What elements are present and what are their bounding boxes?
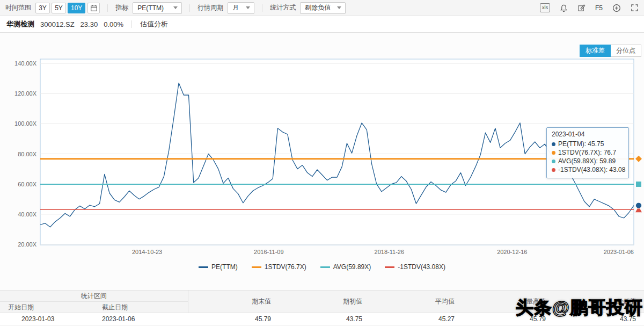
period-dropdown[interactable]: 月 (228, 2, 254, 14)
plus-circle-icon (612, 4, 621, 12)
range-button-5y[interactable]: 5Y (52, 3, 66, 13)
tooltip-row: -1STDV(43.08X): 43.08 (552, 165, 624, 174)
indicator-value: PE(TTM) (137, 4, 164, 12)
header-end-value: 期末值 (188, 291, 279, 313)
expand-icon (631, 4, 639, 12)
legend-item[interactable]: -1STDV(43.08X) (385, 263, 445, 271)
tooltip-row: 1STDV(76.7X): 76.7 (552, 148, 624, 157)
cell-start-date: 2023-01-03 (0, 313, 94, 325)
chevron-down-icon (246, 6, 250, 9)
stat-method-value: 剔除负值 (305, 3, 331, 12)
tooltip-row: PE(TTM): 45.75 (552, 140, 624, 148)
stockbar-separator (131, 20, 132, 28)
toolbar-right-icons: xls F5 (540, 3, 639, 12)
stock-bar: 华测检测 300012.SZ 23.30 0.00% 估值分析 (0, 16, 644, 33)
fullscreen-button[interactable] (631, 4, 639, 12)
chevron-down-icon (337, 6, 341, 9)
toolbar-separator (262, 4, 262, 12)
indicator-dropdown[interactable]: PE(TTM) (133, 2, 182, 14)
svg-text:100.00X: 100.00X (14, 120, 37, 127)
header-end-date: 截止日期 (94, 302, 188, 313)
time-range-buttons: 3Y5Y10Y (35, 3, 85, 13)
stock-code: 300012.SZ (40, 20, 75, 28)
cell-start-value: 43.75 (279, 313, 370, 325)
calendar-icon (90, 4, 98, 12)
calendar-button[interactable] (87, 3, 100, 13)
chart-tooltip: 2023-01-04 PE(TTM): 45.751STDV(76.7X): 7… (546, 127, 629, 178)
cell-average-value: 45.27 (370, 313, 463, 325)
chart-legend: PE(TTM)1STDV(76.7X)AVG(59.89X)-1STDV(43.… (0, 263, 644, 271)
tooltip-date: 2023-01-04 (552, 131, 624, 138)
stock-price: 23.30 (80, 20, 98, 28)
header-average-value: 平均值 (370, 291, 463, 313)
period-value: 月 (232, 3, 239, 12)
period-label: 行情周期 (197, 3, 223, 12)
header-start-value: 期初值 (279, 291, 370, 313)
svg-text:2016-11-09: 2016-11-09 (254, 249, 283, 255)
add-button[interactable] (612, 4, 621, 12)
tab-valuation-analysis[interactable]: 估值分析 (140, 19, 168, 29)
stats-row: 2023-01-03 2023-01-06 45.79 43.75 45.27 … (0, 313, 644, 325)
header-start-date: 开始日期 (0, 302, 94, 313)
notification-bell-button[interactable] (560, 4, 568, 12)
stat-method-label: 统计方式 (270, 3, 296, 12)
svg-text:120.00X: 120.00X (14, 90, 37, 97)
legend-item[interactable]: PE(TTM) (199, 263, 238, 271)
toggle-standard-deviation[interactable]: 标准差 (580, 45, 611, 57)
cell-end-value: 45.79 (188, 313, 279, 325)
view-toggle: 标准差 分位点 (580, 45, 641, 57)
svg-text:2014-10-23: 2014-10-23 (132, 249, 162, 255)
time-range-label: 时间范围 (5, 3, 31, 12)
cell-max-value: 45.79 (463, 313, 554, 325)
refresh-f5-button[interactable]: F5 (595, 4, 603, 12)
legend-item[interactable]: 1STDV(76.7X) (252, 263, 306, 271)
stats-table: 统计区间 期末值 期初值 平均值 最高值 最低值 开始日期 截止日期 2023-… (0, 290, 644, 325)
indicator-label: 指标 (115, 3, 128, 12)
cell-min-value: 43.75 (554, 313, 644, 325)
svg-text:2020-12-16: 2020-12-16 (497, 249, 527, 255)
stats-group-header: 统计区间 (0, 291, 188, 302)
range-button-10y[interactable]: 10Y (68, 3, 85, 13)
svg-text:140.00X: 140.00X (14, 60, 37, 67)
bell-icon (560, 4, 568, 12)
svg-text:2018-11-26: 2018-11-26 (375, 249, 404, 255)
stat-method-dropdown[interactable]: 剔除负值 (300, 2, 346, 14)
header-max-value: 最高值 (463, 291, 554, 313)
toolbar-separator (107, 4, 108, 12)
toggle-percentile[interactable]: 分位点 (610, 45, 641, 57)
edit-icon (577, 4, 586, 12)
cell-end-date: 2023-01-06 (94, 313, 188, 325)
svg-text:20.00X: 20.00X (18, 241, 37, 248)
tooltip-row: AVG(59.89X): 59.89 (552, 157, 624, 165)
top-toolbar: 时间范围 3Y5Y10Y 指标 PE(TTM) 行情周期 月 统计方式 剔除负值… (0, 0, 644, 16)
header-min-value: 最低值 (554, 291, 644, 313)
valuation-panel: 标准差 分位点 140.00X120.00X100.00X80.00X60.00… (0, 33, 644, 326)
edit-button[interactable] (577, 4, 586, 12)
svg-text:2023-01-06: 2023-01-06 (604, 249, 634, 255)
legend-item[interactable]: AVG(59.89X) (320, 263, 371, 271)
export-xls-button[interactable]: xls (540, 3, 550, 12)
range-button-3y[interactable]: 3Y (35, 3, 50, 13)
svg-text:40.00X: 40.00X (18, 211, 37, 218)
svg-text:80.00X: 80.00X (18, 151, 37, 157)
chevron-down-icon (173, 6, 178, 9)
toolbar-separator (189, 4, 190, 12)
stock-change: 0.00% (104, 20, 123, 28)
stock-name: 华测检测 (6, 19, 34, 29)
svg-text:60.00X: 60.00X (18, 181, 37, 187)
